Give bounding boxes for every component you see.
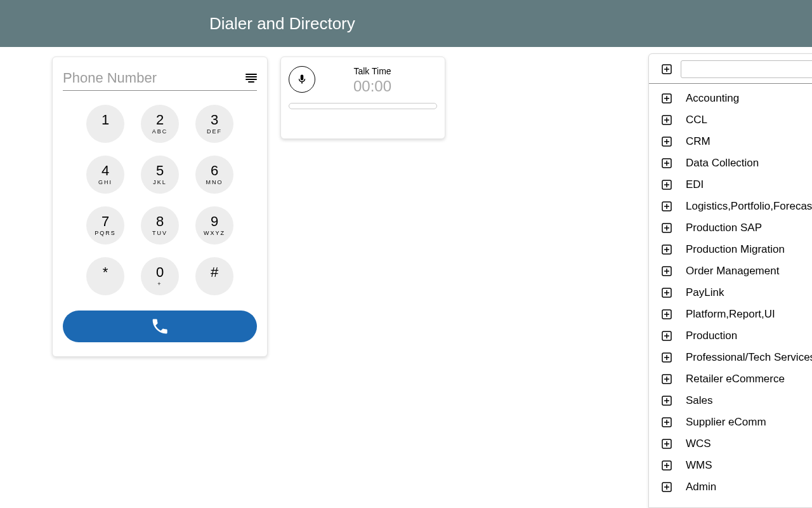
- keypad-key-6[interactable]: 6MNO: [195, 156, 233, 194]
- phone-input-row: [63, 69, 257, 91]
- directory-item-label: Accounting: [686, 92, 739, 105]
- directory-item-label: Production SAP: [686, 222, 762, 234]
- expand-icon[interactable]: [662, 244, 672, 255]
- keypad-digit: 5: [156, 164, 164, 178]
- expand-icon[interactable]: [662, 482, 672, 492]
- expand-icon[interactable]: [662, 158, 672, 168]
- directory-item-label: Retailer eCommerce: [686, 373, 785, 385]
- expand-icon[interactable]: [662, 288, 672, 298]
- keypad-key-*[interactable]: *: [86, 257, 124, 295]
- keypad-letters: TUV: [152, 230, 167, 236]
- directory-item-label: Production: [686, 330, 737, 342]
- expand-icon[interactable]: [662, 115, 672, 125]
- directory-item[interactable]: EDI: [662, 174, 812, 196]
- keypad-letters: PQRS: [95, 230, 116, 236]
- keypad-key-3[interactable]: 3DEF: [195, 105, 233, 143]
- directory-list: AccountingCCLCRMData CollectionEDILogist…: [649, 84, 812, 498]
- directory-item[interactable]: Production: [662, 325, 812, 347]
- keypad-digit: 4: [102, 164, 109, 178]
- phone-icon: [150, 317, 169, 336]
- directory-item-label: Logistics,Portfolio,Forecasting: [686, 200, 812, 213]
- keypad-digit: 7: [102, 215, 109, 229]
- keypad-key-7[interactable]: 7PQRS: [86, 206, 124, 244]
- expand-icon[interactable]: [662, 137, 672, 147]
- keypad-letters: ABC: [152, 128, 168, 135]
- directory-item[interactable]: Accounting: [662, 88, 812, 109]
- phone-history-icon[interactable]: [246, 72, 257, 84]
- keypad-key-5[interactable]: 5JKL: [141, 156, 179, 194]
- directory-item-label: PayLink: [686, 286, 724, 299]
- directory-item-label: CRM: [686, 135, 710, 148]
- phone-number-input[interactable]: [63, 69, 246, 88]
- keypad-letters: GHI: [98, 179, 112, 185]
- directory-item-label: Supplier eComm: [686, 416, 766, 429]
- directory-item-label: Production Migration: [686, 243, 785, 256]
- keypad-key-0[interactable]: 0+: [141, 257, 179, 295]
- directory-item-label: Admin: [686, 481, 716, 493]
- directory-item-label: Platform,Report,UI: [686, 308, 775, 321]
- directory-item[interactable]: Supplier eComm: [662, 411, 812, 433]
- directory-item-label: Sales: [686, 394, 713, 407]
- expand-icon[interactable]: [662, 374, 672, 384]
- expand-icon[interactable]: [662, 396, 672, 406]
- expand-icon[interactable]: [662, 180, 672, 190]
- directory-item[interactable]: Platform,Report,UI: [662, 304, 812, 325]
- directory-item-label: Order Management: [686, 265, 779, 277]
- keypad-key-2[interactable]: 2ABC: [141, 105, 179, 143]
- directory-item[interactable]: Professional/Tech Services: [662, 347, 812, 368]
- keypad-letters: +: [157, 281, 162, 287]
- expand-icon[interactable]: [662, 439, 672, 449]
- keypad-letters: MNO: [206, 179, 223, 185]
- directory-item-label: WMS: [686, 459, 712, 472]
- directory-item[interactable]: WCS: [662, 433, 812, 455]
- keypad-digit: 9: [211, 215, 218, 229]
- keypad-letters: JKL: [153, 179, 167, 185]
- expand-icon[interactable]: [662, 223, 672, 233]
- directory-item-label: Data Collection: [686, 157, 759, 170]
- directory-panel: AccountingCCLCRMData CollectionEDILogist…: [648, 53, 812, 508]
- keypad-digit: 6: [211, 164, 218, 178]
- directory-item[interactable]: Sales: [662, 390, 812, 411]
- directory-item[interactable]: CRM: [662, 131, 812, 152]
- keypad-key-4[interactable]: 4GHI: [86, 156, 124, 194]
- keypad: 12ABC3DEF4GHI5JKL6MNO7PQRS8TUV9WXYZ*0+#: [63, 101, 257, 295]
- directory-item-label: WCS: [686, 438, 711, 450]
- directory-item[interactable]: Admin: [662, 476, 812, 498]
- directory-item[interactable]: Order Management: [662, 260, 812, 282]
- directory-item[interactable]: WMS: [662, 455, 812, 476]
- expand-icon[interactable]: [662, 460, 672, 471]
- directory-item[interactable]: Production Migration: [662, 239, 812, 260]
- dialer-card: 12ABC3DEF4GHI5JKL6MNO7PQRS8TUV9WXYZ*0+#: [52, 57, 268, 357]
- keypad-digit: *: [103, 265, 108, 279]
- directory-search-input[interactable]: [681, 60, 812, 78]
- directory-item[interactable]: Production SAP: [662, 217, 812, 239]
- expand-icon[interactable]: [662, 201, 672, 211]
- directory-item-label: CCL: [686, 114, 707, 126]
- talk-time-card: Talk Time 00:00: [280, 57, 445, 139]
- keypad-key-#[interactable]: #: [195, 257, 233, 295]
- directory-item[interactable]: PayLink: [662, 282, 812, 304]
- expand-all-icon[interactable]: [662, 64, 672, 74]
- directory-item[interactable]: CCL: [662, 109, 812, 131]
- expand-icon[interactable]: [662, 352, 672, 363]
- keypad-letters: WXYZ: [204, 230, 225, 236]
- call-button[interactable]: [63, 311, 257, 342]
- directory-item[interactable]: Data Collection: [662, 152, 812, 174]
- directory-item[interactable]: Logistics,Portfolio,Forecasting: [662, 196, 812, 217]
- expand-icon[interactable]: [662, 331, 672, 341]
- expand-icon[interactable]: [662, 309, 672, 319]
- keypad-key-9[interactable]: 9WXYZ: [195, 206, 233, 244]
- talk-time-progress: [289, 103, 437, 109]
- expand-icon[interactable]: [662, 417, 672, 427]
- keypad-digit: 0: [156, 265, 164, 279]
- expand-icon[interactable]: [662, 93, 672, 104]
- microphone-button[interactable]: [289, 66, 315, 93]
- talk-time-value: 00:00: [353, 77, 391, 95]
- directory-item-label: EDI: [686, 178, 704, 191]
- keypad-digit: 8: [156, 215, 164, 229]
- page-title: Dialer and Directory: [209, 14, 355, 34]
- directory-item[interactable]: Retailer eCommerce: [662, 368, 812, 390]
- expand-icon[interactable]: [662, 266, 672, 276]
- keypad-key-1[interactable]: 1: [86, 105, 124, 143]
- keypad-key-8[interactable]: 8TUV: [141, 206, 179, 244]
